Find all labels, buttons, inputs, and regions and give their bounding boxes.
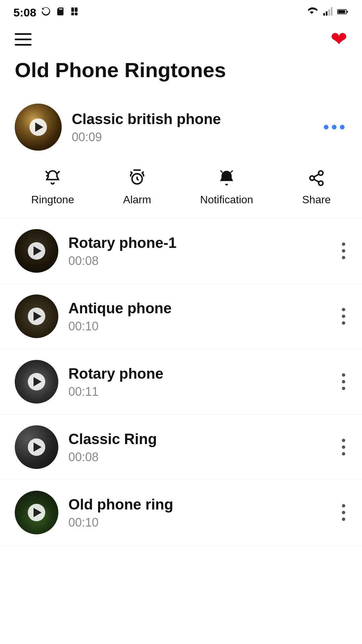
svg-rect-5	[326, 11, 327, 16]
track-info: Antique phone 00:10	[68, 300, 330, 333]
track-list: Rotary phone-1 00:08 Antique phone 00:10	[0, 218, 362, 545]
active-track-info: Classic british phone 00:09	[72, 110, 311, 144]
svg-rect-1	[75, 7, 77, 12]
track-title: Rotary phone-1	[68, 234, 330, 252]
svg-rect-10	[347, 11, 348, 13]
play-button[interactable]	[28, 504, 45, 521]
svg-rect-6	[328, 9, 330, 15]
track-thumbnail[interactable]	[15, 294, 58, 338]
sd-card-icon	[56, 6, 65, 19]
svg-point-14	[319, 171, 323, 175]
auto-rotate-icon	[41, 6, 51, 19]
play-button[interactable]	[28, 308, 45, 325]
notification-icon	[218, 169, 235, 190]
track-title: Rotary phone	[68, 365, 330, 383]
svg-point-15	[310, 176, 314, 180]
play-button[interactable]	[28, 373, 45, 390]
track-more-button[interactable]	[340, 502, 347, 523]
track-thumbnail[interactable]	[15, 491, 58, 534]
blue-dot-1	[324, 125, 328, 129]
status-right	[306, 6, 349, 19]
active-track-row: Classic british phone 00:09	[15, 100, 347, 154]
track-duration: 00:10	[68, 319, 330, 333]
wifi-icon	[306, 6, 318, 19]
blue-dot-2	[332, 125, 337, 129]
action-alarm[interactable]: Alarm	[123, 169, 151, 206]
status-left: 5:08	[13, 6, 79, 19]
track-more-button[interactable]	[340, 240, 347, 261]
list-item: Rotary phone-1 00:08	[0, 218, 362, 284]
alarm-label: Alarm	[123, 194, 151, 206]
svg-line-18	[314, 174, 319, 177]
favorites-heart-button[interactable]: ❤	[330, 29, 347, 49]
active-track-section: Classic british phone 00:09	[0, 92, 362, 154]
signal-icon	[322, 6, 333, 19]
svg-rect-0	[71, 7, 74, 12]
track-title: Antique phone	[68, 300, 330, 317]
ringtone-label: Ringtone	[31, 194, 74, 206]
status-time: 5:08	[13, 6, 36, 19]
track-duration: 00:08	[68, 450, 330, 464]
track-more-button[interactable]	[340, 306, 347, 327]
active-track-duration: 00:09	[72, 130, 311, 144]
svg-point-16	[319, 181, 323, 185]
action-notification[interactable]: Notification	[200, 169, 253, 206]
svg-rect-9	[338, 10, 345, 13]
share-icon	[308, 169, 325, 190]
list-item: Rotary phone 00:11	[0, 349, 362, 415]
play-button[interactable]	[28, 438, 45, 456]
active-track-title: Classic british phone	[72, 110, 311, 128]
list-item: Classic Ring 00:08	[0, 415, 362, 480]
svg-rect-3	[75, 12, 77, 15]
play-button[interactable]	[28, 242, 45, 260]
share-label: Share	[302, 194, 331, 206]
alarm-icon	[128, 169, 146, 190]
track-thumbnail[interactable]	[15, 229, 58, 273]
notification-label: Notification	[200, 194, 253, 206]
svg-rect-2	[71, 12, 74, 15]
active-track-play-button[interactable]	[29, 118, 47, 136]
action-ringtone[interactable]: Ringtone	[31, 169, 74, 206]
track-info: Classic Ring 00:08	[68, 430, 330, 464]
track-more-button[interactable]	[340, 371, 347, 392]
track-more-button[interactable]	[340, 437, 347, 458]
top-bar: ❤	[0, 22, 362, 53]
svg-rect-7	[331, 7, 333, 15]
track-duration: 00:08	[68, 254, 330, 268]
track-thumbnail[interactable]	[15, 360, 58, 404]
status-bar: 5:08	[0, 0, 362, 22]
svg-line-17	[314, 179, 319, 182]
svg-rect-4	[323, 13, 325, 16]
svg-line-13	[221, 171, 222, 172]
page-title: Old Phone Ringtones	[0, 53, 362, 92]
track-duration: 00:11	[68, 385, 330, 399]
list-item: Old phone ring 00:10	[0, 480, 362, 545]
blue-dot-3	[340, 125, 345, 129]
track-info: Rotary phone-1 00:08	[68, 234, 330, 268]
track-duration: 00:10	[68, 516, 330, 530]
action-share[interactable]: Share	[302, 169, 331, 206]
track-thumbnail[interactable]	[15, 425, 58, 469]
track-title: Classic Ring	[68, 430, 330, 448]
hamburger-menu[interactable]	[15, 33, 32, 46]
ringtone-icon	[44, 169, 61, 190]
track-info: Old phone ring 00:10	[68, 496, 330, 530]
list-item: Antique phone 00:10	[0, 284, 362, 349]
action-bar: Ringtone Alarm Notification	[0, 157, 362, 218]
battery-icon	[337, 6, 349, 19]
track-info: Rotary phone 00:11	[68, 365, 330, 399]
active-track-thumbnail[interactable]	[15, 104, 62, 151]
track-title: Old phone ring	[68, 496, 330, 514]
svg-line-12	[231, 171, 232, 172]
active-track-more-button[interactable]	[321, 121, 347, 133]
dual-sim-icon	[70, 6, 79, 19]
